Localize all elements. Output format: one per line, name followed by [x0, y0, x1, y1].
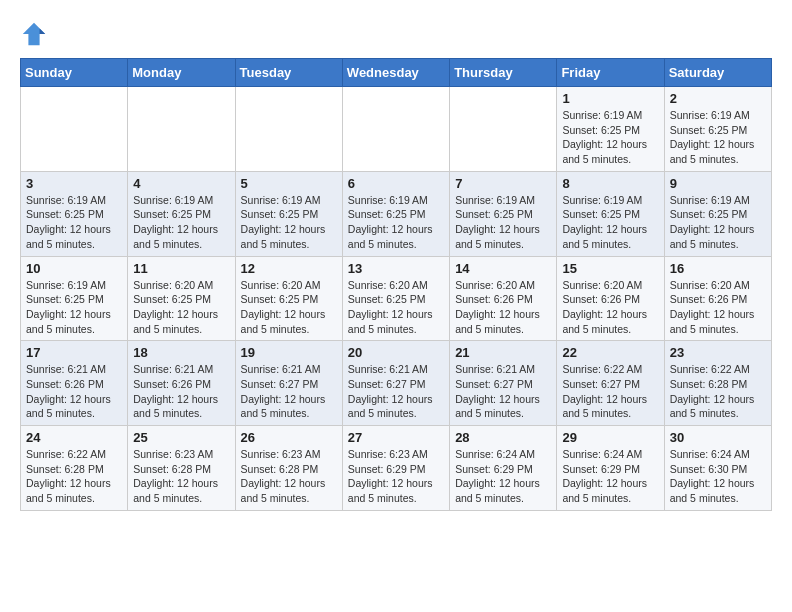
- calendar-cell: 4Sunrise: 6:19 AM Sunset: 6:25 PM Daylig…: [128, 171, 235, 256]
- day-number: 27: [348, 430, 444, 445]
- calendar-cell: 27Sunrise: 6:23 AM Sunset: 6:29 PM Dayli…: [342, 426, 449, 511]
- day-info: Sunrise: 6:22 AM Sunset: 6:28 PM Dayligh…: [26, 447, 122, 506]
- day-number: 22: [562, 345, 658, 360]
- day-number: 29: [562, 430, 658, 445]
- day-info: Sunrise: 6:21 AM Sunset: 6:26 PM Dayligh…: [26, 362, 122, 421]
- calendar-cell: 15Sunrise: 6:20 AM Sunset: 6:26 PM Dayli…: [557, 256, 664, 341]
- calendar-cell: [235, 87, 342, 172]
- day-info: Sunrise: 6:21 AM Sunset: 6:27 PM Dayligh…: [348, 362, 444, 421]
- day-number: 24: [26, 430, 122, 445]
- calendar-cell: 24Sunrise: 6:22 AM Sunset: 6:28 PM Dayli…: [21, 426, 128, 511]
- day-info: Sunrise: 6:23 AM Sunset: 6:29 PM Dayligh…: [348, 447, 444, 506]
- day-info: Sunrise: 6:24 AM Sunset: 6:29 PM Dayligh…: [455, 447, 551, 506]
- day-number: 3: [26, 176, 122, 191]
- day-info: Sunrise: 6:24 AM Sunset: 6:30 PM Dayligh…: [670, 447, 766, 506]
- day-number: 30: [670, 430, 766, 445]
- calendar-cell: 8Sunrise: 6:19 AM Sunset: 6:25 PM Daylig…: [557, 171, 664, 256]
- day-info: Sunrise: 6:21 AM Sunset: 6:27 PM Dayligh…: [455, 362, 551, 421]
- calendar-cell: 29Sunrise: 6:24 AM Sunset: 6:29 PM Dayli…: [557, 426, 664, 511]
- calendar-cell: 22Sunrise: 6:22 AM Sunset: 6:27 PM Dayli…: [557, 341, 664, 426]
- page-header: [20, 20, 772, 48]
- day-info: Sunrise: 6:19 AM Sunset: 6:25 PM Dayligh…: [348, 193, 444, 252]
- day-info: Sunrise: 6:19 AM Sunset: 6:25 PM Dayligh…: [670, 193, 766, 252]
- day-number: 14: [455, 261, 551, 276]
- day-info: Sunrise: 6:19 AM Sunset: 6:25 PM Dayligh…: [133, 193, 229, 252]
- day-number: 2: [670, 91, 766, 106]
- day-number: 4: [133, 176, 229, 191]
- calendar-cell: 25Sunrise: 6:23 AM Sunset: 6:28 PM Dayli…: [128, 426, 235, 511]
- calendar-cell: 30Sunrise: 6:24 AM Sunset: 6:30 PM Dayli…: [664, 426, 771, 511]
- calendar-cell: [342, 87, 449, 172]
- calendar-cell: 9Sunrise: 6:19 AM Sunset: 6:25 PM Daylig…: [664, 171, 771, 256]
- calendar-cell: 7Sunrise: 6:19 AM Sunset: 6:25 PM Daylig…: [450, 171, 557, 256]
- day-info: Sunrise: 6:21 AM Sunset: 6:26 PM Dayligh…: [133, 362, 229, 421]
- day-number: 7: [455, 176, 551, 191]
- calendar-cell: 3Sunrise: 6:19 AM Sunset: 6:25 PM Daylig…: [21, 171, 128, 256]
- weekday-header: Sunday: [21, 59, 128, 87]
- weekday-header: Monday: [128, 59, 235, 87]
- day-info: Sunrise: 6:20 AM Sunset: 6:26 PM Dayligh…: [455, 278, 551, 337]
- day-info: Sunrise: 6:20 AM Sunset: 6:26 PM Dayligh…: [562, 278, 658, 337]
- calendar-cell: 28Sunrise: 6:24 AM Sunset: 6:29 PM Dayli…: [450, 426, 557, 511]
- day-number: 20: [348, 345, 444, 360]
- calendar-header-row: SundayMondayTuesdayWednesdayThursdayFrid…: [21, 59, 772, 87]
- calendar-week-row: 24Sunrise: 6:22 AM Sunset: 6:28 PM Dayli…: [21, 426, 772, 511]
- day-info: Sunrise: 6:20 AM Sunset: 6:26 PM Dayligh…: [670, 278, 766, 337]
- day-info: Sunrise: 6:19 AM Sunset: 6:25 PM Dayligh…: [562, 193, 658, 252]
- day-info: Sunrise: 6:19 AM Sunset: 6:25 PM Dayligh…: [455, 193, 551, 252]
- logo: [20, 20, 52, 48]
- calendar-cell: 14Sunrise: 6:20 AM Sunset: 6:26 PM Dayli…: [450, 256, 557, 341]
- weekday-header: Saturday: [664, 59, 771, 87]
- calendar-cell: 1Sunrise: 6:19 AM Sunset: 6:25 PM Daylig…: [557, 87, 664, 172]
- calendar-cell: [21, 87, 128, 172]
- day-number: 18: [133, 345, 229, 360]
- calendar-week-row: 1Sunrise: 6:19 AM Sunset: 6:25 PM Daylig…: [21, 87, 772, 172]
- day-info: Sunrise: 6:20 AM Sunset: 6:25 PM Dayligh…: [241, 278, 337, 337]
- day-number: 23: [670, 345, 766, 360]
- day-number: 26: [241, 430, 337, 445]
- weekday-header: Tuesday: [235, 59, 342, 87]
- day-number: 12: [241, 261, 337, 276]
- day-number: 15: [562, 261, 658, 276]
- day-number: 13: [348, 261, 444, 276]
- day-info: Sunrise: 6:22 AM Sunset: 6:27 PM Dayligh…: [562, 362, 658, 421]
- day-info: Sunrise: 6:21 AM Sunset: 6:27 PM Dayligh…: [241, 362, 337, 421]
- day-info: Sunrise: 6:20 AM Sunset: 6:25 PM Dayligh…: [133, 278, 229, 337]
- day-info: Sunrise: 6:24 AM Sunset: 6:29 PM Dayligh…: [562, 447, 658, 506]
- day-number: 10: [26, 261, 122, 276]
- day-number: 16: [670, 261, 766, 276]
- calendar-cell: 11Sunrise: 6:20 AM Sunset: 6:25 PM Dayli…: [128, 256, 235, 341]
- day-number: 8: [562, 176, 658, 191]
- svg-marker-1: [40, 28, 46, 34]
- day-info: Sunrise: 6:19 AM Sunset: 6:25 PM Dayligh…: [670, 108, 766, 167]
- day-info: Sunrise: 6:23 AM Sunset: 6:28 PM Dayligh…: [133, 447, 229, 506]
- logo-icon: [20, 20, 48, 48]
- day-number: 11: [133, 261, 229, 276]
- day-number: 1: [562, 91, 658, 106]
- day-info: Sunrise: 6:22 AM Sunset: 6:28 PM Dayligh…: [670, 362, 766, 421]
- calendar-week-row: 10Sunrise: 6:19 AM Sunset: 6:25 PM Dayli…: [21, 256, 772, 341]
- day-number: 28: [455, 430, 551, 445]
- calendar-cell: 26Sunrise: 6:23 AM Sunset: 6:28 PM Dayli…: [235, 426, 342, 511]
- calendar-cell: 13Sunrise: 6:20 AM Sunset: 6:25 PM Dayli…: [342, 256, 449, 341]
- day-info: Sunrise: 6:23 AM Sunset: 6:28 PM Dayligh…: [241, 447, 337, 506]
- day-info: Sunrise: 6:19 AM Sunset: 6:25 PM Dayligh…: [241, 193, 337, 252]
- day-number: 9: [670, 176, 766, 191]
- calendar-cell: 23Sunrise: 6:22 AM Sunset: 6:28 PM Dayli…: [664, 341, 771, 426]
- weekday-header: Friday: [557, 59, 664, 87]
- day-info: Sunrise: 6:19 AM Sunset: 6:25 PM Dayligh…: [26, 193, 122, 252]
- calendar-cell: 5Sunrise: 6:19 AM Sunset: 6:25 PM Daylig…: [235, 171, 342, 256]
- calendar-cell: 12Sunrise: 6:20 AM Sunset: 6:25 PM Dayli…: [235, 256, 342, 341]
- weekday-header: Wednesday: [342, 59, 449, 87]
- day-number: 25: [133, 430, 229, 445]
- day-number: 19: [241, 345, 337, 360]
- calendar-cell: 2Sunrise: 6:19 AM Sunset: 6:25 PM Daylig…: [664, 87, 771, 172]
- day-number: 5: [241, 176, 337, 191]
- day-number: 17: [26, 345, 122, 360]
- weekday-header: Thursday: [450, 59, 557, 87]
- day-info: Sunrise: 6:19 AM Sunset: 6:25 PM Dayligh…: [562, 108, 658, 167]
- calendar-cell: [128, 87, 235, 172]
- calendar-cell: 6Sunrise: 6:19 AM Sunset: 6:25 PM Daylig…: [342, 171, 449, 256]
- calendar-cell: 10Sunrise: 6:19 AM Sunset: 6:25 PM Dayli…: [21, 256, 128, 341]
- calendar-cell: [450, 87, 557, 172]
